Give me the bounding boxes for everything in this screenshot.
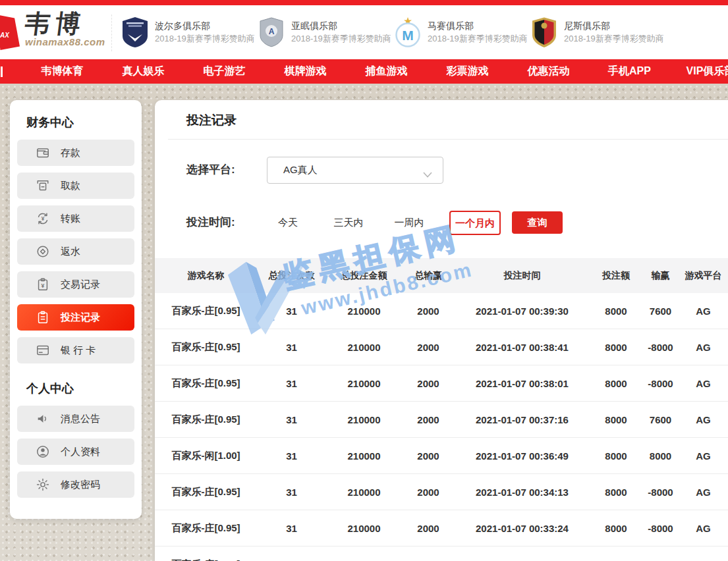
sidebar-item-gear[interactable]: 修改密码 bbox=[17, 471, 134, 498]
platform-select[interactable]: AG真人 bbox=[267, 157, 443, 184]
table-cell: 百家乐-庄[0.95] bbox=[155, 365, 257, 402]
table-cell: 2021-01-07 00:39:30 bbox=[455, 293, 590, 329]
table-row: 百家乐-庄[0.95]3121000020002021-01-07 00:32:… bbox=[155, 547, 728, 561]
sponsor-club-1: A亚眠俱乐部2018-19新赛季博彩赞助商 bbox=[258, 16, 394, 48]
table-cell: 2000 bbox=[402, 293, 455, 329]
table-cell: AG bbox=[679, 438, 728, 474]
sponsor-texts: 波尔多俱乐部2018-19新赛季博彩赞助商 bbox=[155, 20, 255, 45]
bet-records-panel: 投注记录 选择平台: AG真人 投注时间: 今天三天内一周内一个月内 查询 游戏… bbox=[155, 100, 728, 561]
time-label: 投注时间: bbox=[186, 215, 235, 230]
sponsor-club-name: 马赛俱乐部 bbox=[428, 20, 528, 33]
query-button[interactable]: 查询 bbox=[512, 211, 563, 234]
sidebar-item-card[interactable]: 银 行 卡 bbox=[17, 337, 134, 363]
table-cell: 2021-01-07 00:36:49 bbox=[455, 438, 590, 474]
sponsor-club-3: 尼斯俱乐部2018-19新赛季博彩赞助商 bbox=[530, 16, 667, 48]
table-cell: 2021-01-07 00:32:50 bbox=[455, 547, 590, 561]
sidebar-item-label: 交易记录 bbox=[61, 279, 100, 291]
table-cell: 31 bbox=[257, 510, 326, 547]
table-cell: 210000 bbox=[326, 438, 402, 474]
sidebar-item-record[interactable]: ¥交易记录 bbox=[17, 271, 134, 298]
sidebar-item-label: 个人资料 bbox=[61, 446, 100, 458]
betlist-icon bbox=[36, 310, 50, 325]
table-cell: 8000 bbox=[590, 547, 642, 561]
table-cell: 8000 bbox=[590, 329, 642, 365]
nice-crest-icon bbox=[530, 16, 558, 48]
sidebar-group-title-0: 财务中心 bbox=[26, 115, 142, 130]
content-area: 财务中心存款取款¥转账返水¥交易记录投注记录银 行 卡个人中心消息公告个人资料修… bbox=[0, 84, 728, 561]
time-option-0[interactable]: 今天 bbox=[258, 217, 318, 229]
svg-text:M: M bbox=[402, 28, 414, 43]
sidebar-item-betlist[interactable]: 投注记录 bbox=[17, 304, 134, 331]
table-cell: 百家乐-庄[0.95] bbox=[155, 293, 257, 329]
column-header: 输赢 bbox=[642, 258, 679, 293]
time-option-2[interactable]: 一周内 bbox=[379, 217, 439, 229]
sidebar-item-transfer[interactable]: ¥转账 bbox=[17, 205, 134, 232]
wallet-icon bbox=[36, 146, 50, 160]
sidebar-item-label: 存款 bbox=[61, 147, 80, 159]
table-cell: 31 bbox=[257, 293, 326, 329]
column-header: 游戏平台 bbox=[679, 258, 728, 293]
site-logo: AX 韦博 winamax88.com bbox=[0, 5, 115, 59]
nav-item-2[interactable]: 电子游艺 bbox=[184, 65, 265, 78]
nav-item-8[interactable]: VIP俱乐部 bbox=[670, 65, 728, 78]
nav-item-6[interactable]: 优惠活动 bbox=[508, 65, 589, 78]
table-row: 百家乐-闲[1.00]3121000020002021-01-07 00:36:… bbox=[155, 438, 728, 474]
speaker-icon bbox=[36, 412, 50, 426]
table-cell: 8000 bbox=[590, 402, 642, 438]
sidebar-item-speaker[interactable]: 消息公告 bbox=[17, 406, 134, 432]
sponsor-club-subtitle: 2018-19新赛季博彩赞助商 bbox=[564, 33, 664, 45]
table-row: 百家乐-庄[0.95]3121000020002021-01-07 00:33:… bbox=[155, 510, 728, 547]
svg-text:A: A bbox=[269, 27, 275, 36]
sponsor-club-subtitle: 2018-19新赛季博彩赞助商 bbox=[155, 33, 255, 45]
time-option-1[interactable]: 三天内 bbox=[318, 217, 379, 229]
sidebar-item-label: 修改密码 bbox=[61, 479, 100, 491]
table-cell: 31 bbox=[257, 438, 326, 474]
nav-item-4[interactable]: 捕鱼游戏 bbox=[346, 65, 427, 78]
sidebar-item-label: 投注记录 bbox=[61, 311, 100, 324]
nav-item-1[interactable]: 真人娱乐 bbox=[103, 65, 184, 78]
sponsor-texts: 亚眠俱乐部2018-19新赛季博彩赞助商 bbox=[291, 20, 391, 45]
table-cell: 2021-01-07 00:34:13 bbox=[455, 474, 590, 510]
bet-records-table: 游戏名称总投注次数总投注金额总输赢投注时间投注额输赢游戏平台 百家乐-庄[0.9… bbox=[155, 258, 728, 561]
nav-item-5[interactable]: 彩票游戏 bbox=[427, 65, 508, 78]
sponsor-club-name: 尼斯俱乐部 bbox=[564, 20, 664, 33]
atm-icon bbox=[36, 178, 50, 193]
time-option-3[interactable]: 一个月内 bbox=[449, 211, 501, 235]
column-header: 总输赢 bbox=[402, 258, 455, 293]
sidebar-item-wallet[interactable]: 存款 bbox=[17, 140, 134, 166]
gear-icon bbox=[36, 477, 50, 492]
table-cell: -8000 bbox=[642, 510, 679, 547]
table-cell: 百家乐-庄[0.95] bbox=[155, 402, 257, 438]
nav-partial-item bbox=[1, 67, 3, 77]
sidebar-item-user[interactable]: 个人资料 bbox=[17, 439, 134, 465]
sidebar-item-atm[interactable]: 取款 bbox=[17, 173, 134, 199]
sidebar-item-label: 返水 bbox=[61, 246, 80, 258]
table-cell: 2021-01-07 00:37:16 bbox=[455, 402, 590, 438]
nav-item-0[interactable]: 韦博体育 bbox=[22, 65, 103, 78]
table-body: 百家乐-庄[0.95]3121000020002021-01-07 00:39:… bbox=[155, 293, 728, 561]
column-header: 投注额 bbox=[590, 258, 642, 293]
table-cell: 31 bbox=[257, 547, 326, 561]
table-cell: 百家乐-庄[0.95] bbox=[155, 474, 257, 510]
sidebar: 财务中心存款取款¥转账返水¥交易记录投注记录银 行 卡个人中心消息公告个人资料修… bbox=[10, 100, 142, 519]
sidebar-item-label: 消息公告 bbox=[61, 413, 100, 425]
column-header: 总投注金额 bbox=[326, 258, 402, 293]
table-cell: 210000 bbox=[326, 293, 402, 329]
sidebar-item-rebate[interactable]: 返水 bbox=[17, 238, 134, 265]
table-cell: 31 bbox=[257, 329, 326, 365]
title-divider bbox=[168, 139, 728, 140]
nav-item-3[interactable]: 棋牌游戏 bbox=[265, 65, 346, 78]
table-cell: 2000 bbox=[402, 510, 455, 547]
site-header: AX 韦博 winamax88.com 波尔多俱乐部2018-19新赛季博彩赞助… bbox=[0, 5, 728, 59]
svg-text:¥: ¥ bbox=[42, 282, 45, 289]
table-row: 百家乐-庄[0.95]3121000020002021-01-07 00:34:… bbox=[155, 474, 728, 510]
table-cell: -8000 bbox=[642, 365, 679, 402]
table-cell: 2000 bbox=[402, 402, 455, 438]
table-cell: 百家乐-闲[1.00] bbox=[155, 438, 257, 474]
table-cell: 8000 bbox=[642, 438, 679, 474]
table-header: 游戏名称总投注次数总投注金额总输赢投注时间投注额输赢游戏平台 bbox=[155, 258, 728, 293]
table-cell: -8000 bbox=[642, 329, 679, 365]
table-cell: 2000 bbox=[402, 365, 455, 402]
table-cell: AG bbox=[679, 510, 728, 547]
nav-item-7[interactable]: 手机APP bbox=[589, 65, 670, 78]
